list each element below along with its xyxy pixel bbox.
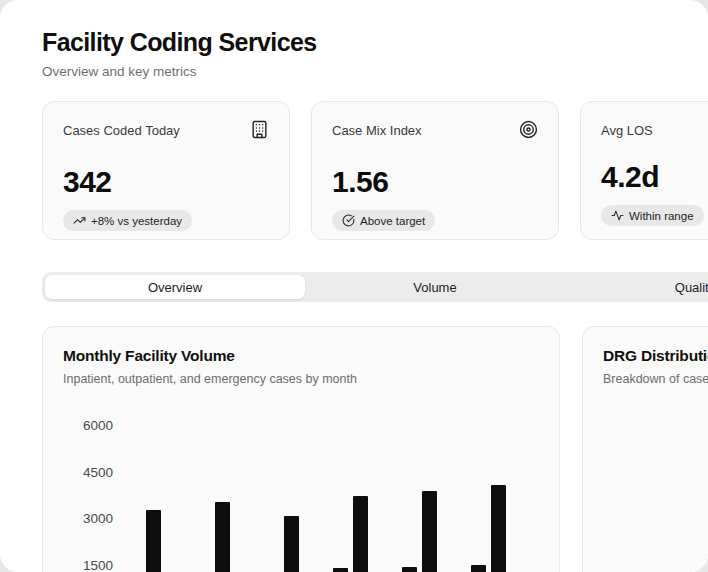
page-title: Facility Coding Services: [42, 28, 317, 57]
badge-text: Within range: [629, 210, 694, 222]
card-avg-los: Avg LOS 4.2d Within range: [580, 101, 708, 240]
y-axis-tick-label: 3000: [67, 511, 113, 526]
metric-badge: Above target: [332, 210, 435, 231]
tab-volume[interactable]: Volume: [305, 275, 565, 299]
metric-cards-row: Cases Coded Today 342 +8% vs yesterday: [42, 101, 708, 240]
monthly-volume-bar-chart: 1500300045006000: [43, 327, 559, 572]
card-label: Avg LOS: [601, 120, 653, 138]
check-circle-icon: [342, 214, 355, 227]
card-label: Cases Coded Today: [63, 120, 180, 138]
chart-subtitle: Breakdown of cases by DRG: [603, 372, 708, 386]
metric-value: 4.2d: [601, 160, 708, 194]
bar-outpatient-may[interactable]: [422, 491, 437, 572]
metric-badge: +8% vs yesterday: [63, 210, 192, 231]
bar-outpatient-apr[interactable]: [353, 496, 368, 572]
page-header: Facility Coding Services Overview and ke…: [42, 28, 317, 79]
bar-outpatient-jun[interactable]: [491, 485, 506, 572]
metric-value: 1.56: [332, 165, 538, 199]
drg-distribution-card: DRG Distribution Breakdown of cases by D…: [582, 326, 708, 572]
trending-up-icon: [73, 214, 86, 227]
bar-outpatient-feb[interactable]: [215, 502, 230, 572]
page-subtitle: Overview and key metrics: [42, 64, 317, 79]
pulse-icon: [611, 209, 624, 222]
bar-inpatient-apr[interactable]: [333, 568, 348, 572]
bar-inpatient-jun[interactable]: [471, 565, 486, 572]
tab-quality[interactable]: Quality: [565, 275, 708, 299]
bar-inpatient-may[interactable]: [402, 567, 417, 572]
bar-outpatient-jan[interactable]: [146, 510, 161, 572]
badge-text: +8% vs yesterday: [91, 215, 182, 227]
card-label: Case Mix Index: [332, 120, 422, 138]
y-axis-tick-label: 6000: [67, 418, 113, 433]
metric-badge: Within range: [601, 205, 704, 226]
building-icon: [250, 120, 269, 143]
tabbar: OverviewVolumeQuality: [42, 272, 708, 302]
bar-outpatient-mar[interactable]: [284, 516, 299, 572]
tab-overview[interactable]: Overview: [45, 275, 305, 299]
card-cases-coded-today: Cases Coded Today 342 +8% vs yesterday: [42, 101, 290, 240]
target-icon: [519, 120, 538, 143]
charts-row: Monthly Facility Volume Inpatient, outpa…: [42, 326, 708, 572]
y-axis-tick-label: 1500: [67, 558, 113, 572]
chart-title: DRG Distribution: [603, 347, 708, 365]
card-case-mix-index: Case Mix Index 1.56 Above target: [311, 101, 559, 240]
metric-value: 342: [63, 165, 269, 199]
dashboard-screen: Facility Coding Services Overview and ke…: [0, 0, 708, 572]
badge-text: Above target: [360, 215, 425, 227]
monthly-volume-card: Monthly Facility Volume Inpatient, outpa…: [42, 326, 560, 572]
y-axis-tick-label: 4500: [67, 465, 113, 480]
